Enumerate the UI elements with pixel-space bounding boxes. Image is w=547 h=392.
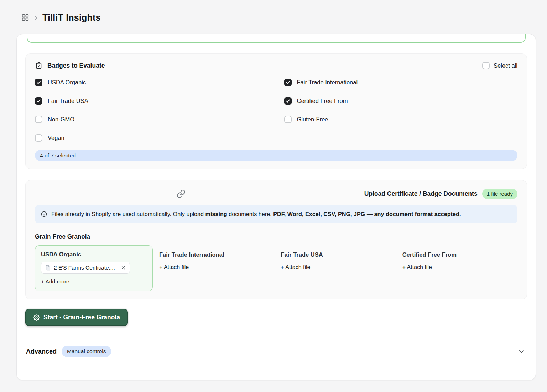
checkbox-unchecked[interactable] [35, 134, 42, 142]
file-ready-badge: 1 file ready [482, 189, 517, 199]
attached-file-name: 2 E'S Farms Cerificate.... [54, 265, 115, 271]
checkbox-label: USDA Organic [48, 79, 86, 86]
checkbox-row-non-gmo[interactable]: Non-GMO [35, 110, 276, 129]
slot-badge-name: Fair Trade USA [281, 251, 396, 258]
checkbox-label: Gluten-Free [297, 116, 328, 123]
checkbox-row-certified-free-from[interactable]: Certified Free From [284, 92, 518, 110]
checkbox-row-gluten-free[interactable]: Gluten-Free [284, 110, 518, 129]
slot-fair-trade-usa: Fair Trade USA + Attach file [279, 245, 396, 271]
slot-usda-organic: USDA Organic 2 E'S Farms Cerificate.... … [35, 245, 153, 291]
advanced-section-header[interactable]: Advanced Manual controls [25, 338, 527, 357]
attach-file-link[interactable]: + Attach file [159, 264, 189, 271]
checkbox-checked[interactable] [35, 79, 42, 86]
checkbox-unchecked[interactable] [284, 116, 292, 123]
upload-info-text: Files already in Shopify are used automa… [51, 210, 461, 219]
slot-badge-name: USDA Organic [41, 251, 147, 258]
checkbox-checked[interactable] [284, 79, 292, 86]
slot-fair-trade-international: Fair Trade International + Attach file [158, 245, 274, 271]
checkbox-row-fair-trade-international[interactable]: Fair Trade International [284, 73, 518, 92]
checkbox-label: Non-GMO [48, 116, 74, 123]
upload-info-banner: Files already in Shopify are used automa… [35, 205, 517, 223]
document-icon [45, 265, 51, 271]
upload-section-title: Upload Certificate / Badge Documents [364, 190, 478, 198]
product-name-heading: Grain-Free Granola [35, 233, 517, 240]
checkbox-row-fair-trade-usa[interactable]: Fair Trade USA [35, 92, 276, 110]
attach-file-link[interactable]: + Attach file [402, 264, 432, 271]
paperclip-link-icon [177, 189, 186, 198]
previous-section-cutoff [27, 34, 526, 43]
chevron-down-icon[interactable] [518, 348, 525, 355]
upload-documents-section: Upload Certificate / Badge Documents 1 f… [25, 180, 527, 299]
add-more-link[interactable]: + Add more [41, 278, 69, 285]
checkbox-row-vegan[interactable]: Vegan [35, 129, 276, 147]
app-header: TilliT Insights [0, 0, 547, 34]
checkbox-checked[interactable] [284, 97, 292, 105]
badge-checkbox-grid: USDA Organic Fair Trade USA Non-GMO Vega… [35, 73, 517, 147]
select-all-control[interactable]: Select all [482, 62, 517, 69]
checkbox-unchecked[interactable] [35, 116, 42, 123]
apps-grid-icon[interactable] [21, 14, 29, 21]
advanced-label: Advanced [26, 348, 57, 355]
select-all-label: Select all [494, 62, 517, 69]
breadcrumb-chevron-icon [33, 15, 38, 21]
badge-checkbox-column-right: Fair Trade International Certified Free … [276, 73, 518, 147]
info-icon [41, 211, 47, 219]
slot-certified-free-from: Certified Free From + Attach file [401, 245, 517, 271]
checkbox-label: Fair Trade USA [48, 98, 88, 104]
slot-badge-name: Fair Trade International [159, 251, 274, 258]
badges-section-title: Badges to Evaluate [47, 62, 105, 69]
gear-icon [33, 314, 40, 321]
attach-file-link[interactable]: + Attach file [281, 264, 310, 271]
badge-document-slots: USDA Organic 2 E'S Farms Cerificate.... … [35, 245, 517, 291]
slot-badge-name: Certified Free From [402, 251, 517, 258]
manual-controls-pill: Manual controls [62, 346, 111, 357]
checkbox-label: Fair Trade International [297, 79, 358, 86]
page-title: TilliT Insights [42, 12, 101, 23]
badge-checkbox-column-left: USDA Organic Fair Trade USA Non-GMO Vega… [35, 73, 276, 147]
badges-to-evaluate-section: Badges to Evaluate Select all USDA Organ… [25, 53, 527, 169]
remove-file-icon[interactable] [121, 265, 126, 270]
main-card: Badges to Evaluate Select all USDA Organ… [16, 34, 536, 380]
checkbox-label: Certified Free From [297, 98, 348, 104]
checkbox-row-usda-organic[interactable]: USDA Organic [35, 73, 276, 92]
start-button-label: Start · Grain-Free Granola [43, 314, 120, 321]
clipboard-check-icon [35, 62, 43, 69]
select-all-checkbox[interactable] [482, 62, 490, 69]
checkbox-checked[interactable] [35, 97, 42, 105]
attached-file-chip[interactable]: 2 E'S Farms Cerificate.... [41, 262, 130, 274]
selection-summary-pill: 4 of 7 selected [35, 150, 517, 161]
start-evaluation-button[interactable]: Start · Grain-Free Granola [25, 309, 128, 326]
checkbox-label: Vegan [48, 135, 64, 141]
